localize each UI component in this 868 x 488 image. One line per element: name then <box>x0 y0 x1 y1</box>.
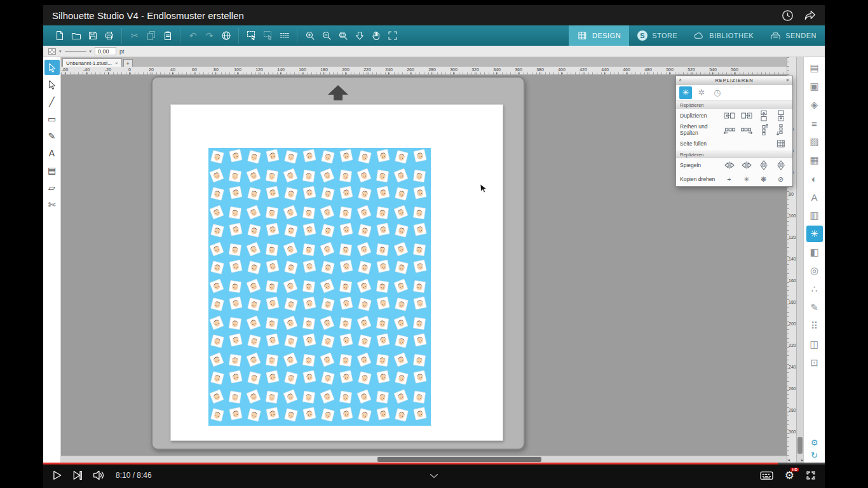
fill-swatch[interactable] <box>48 48 56 55</box>
clock-icon[interactable] <box>782 10 794 22</box>
fill-page-button[interactable] <box>773 138 789 149</box>
mirror-below-button[interactable] <box>773 159 789 171</box>
paste-button[interactable] <box>159 28 175 44</box>
nesting-panel[interactable]: ◫ <box>806 336 823 353</box>
pattern-artwork[interactable] <box>208 148 431 426</box>
image-effects-panel[interactable]: ▦ <box>806 152 823 168</box>
zoom-selection-button[interactable] <box>335 28 351 44</box>
select-all-button[interactable] <box>243 28 259 44</box>
replicate-advanced-tab[interactable]: ✲ <box>695 86 708 99</box>
duplicate-below-button[interactable] <box>773 110 789 121</box>
mirror-left-button[interactable] <box>721 159 737 171</box>
mirror-above-button[interactable] <box>756 159 771 171</box>
horizontal-scrollbar[interactable] <box>61 456 787 463</box>
settings-gear[interactable]: ⚙ <box>808 437 822 448</box>
settings-gear-icon[interactable]: ⚙HD <box>785 470 794 481</box>
point-edit-tool[interactable] <box>44 77 60 92</box>
fill-swatch-caret-icon[interactable]: ▾ <box>59 49 62 54</box>
layers-panel[interactable]: ⊡ <box>806 355 823 371</box>
object-to-path-tab[interactable]: ◷ <box>711 86 724 99</box>
refresh[interactable]: ↻ <box>808 449 822 461</box>
panel-section-header: Replizieren <box>676 101 792 109</box>
save-file-button[interactable] <box>85 28 100 44</box>
line-thickness-input[interactable]: 0,00 <box>95 47 116 55</box>
document-tab[interactable]: Unbenannt-1.studi... × <box>62 58 122 67</box>
tab-bibliothek[interactable]: BIBLIOTHEK <box>686 25 762 46</box>
duplicate-right-button[interactable] <box>738 110 754 121</box>
row-left-button[interactable] <box>721 124 737 135</box>
modify-panel[interactable]: ◧ <box>806 244 823 261</box>
column-down-button[interactable] <box>773 124 789 135</box>
shadow-panel[interactable]: ◐ <box>806 170 823 187</box>
line-style-sample[interactable] <box>65 51 86 51</box>
offset-panel[interactable]: ◎ <box>806 262 823 279</box>
rotate-five-copies-button[interactable]: ⊘ <box>773 173 789 185</box>
fill-style-panel[interactable]: ▨ <box>806 133 823 150</box>
panels-sidebar: ▤▣◈≡▨▦◐A▥✳◧◎∴✎⠿◫⊡⚙↻ <box>803 57 825 463</box>
sketch-panel[interactable]: ✎ <box>806 299 823 316</box>
rotate-three-copies-button[interactable]: ❋ <box>756 173 771 185</box>
transform-panel[interactable]: ▥ <box>806 207 823 224</box>
next-button[interactable] <box>72 470 83 480</box>
document-tab-label: Unbenannt-1.studi... <box>66 60 112 66</box>
rectangle-tool[interactable]: ▭ <box>44 111 60 126</box>
duplicate-left-button[interactable] <box>721 110 737 121</box>
text-tool[interactable]: A <box>44 146 60 161</box>
panel-collapse-icon[interactable]: ∧ <box>679 78 682 83</box>
select-tool[interactable] <box>44 60 60 75</box>
hide-controls-chevron-icon[interactable] <box>430 470 438 481</box>
pixscan-panel[interactable]: ▣ <box>806 78 823 95</box>
page-setup-panel[interactable]: ▤ <box>806 60 823 76</box>
rhinestone-panel[interactable]: ⠿ <box>806 318 823 334</box>
preferences-globe-button[interactable] <box>218 28 234 44</box>
pan-button[interactable] <box>368 28 384 44</box>
panel-close-icon[interactable]: × <box>786 78 790 83</box>
panel-header[interactable]: ∧ REPLIZIEREN × <box>676 76 792 85</box>
row-right-button[interactable] <box>738 124 754 135</box>
volume-button[interactable] <box>93 470 105 480</box>
panel-row-icons <box>773 138 789 149</box>
tab-design[interactable]: DESIGN <box>569 25 629 46</box>
column-up-button[interactable] <box>756 124 771 135</box>
horizontal-scrollbar-thumb[interactable] <box>377 457 541 462</box>
trace-panel[interactable]: ◈ <box>806 97 823 113</box>
eraser-tool[interactable]: ▱ <box>44 180 60 195</box>
new-file-button[interactable] <box>51 28 67 44</box>
player-progress-bar[interactable] <box>43 463 825 464</box>
stipple-panel[interactable]: ∴ <box>806 281 823 297</box>
mirror-right-button[interactable] <box>738 159 754 171</box>
replicate-basic-tab[interactable]: ✳ <box>679 86 692 99</box>
tab-senden[interactable]: SENDEN <box>762 25 825 46</box>
knife-tool[interactable]: ✄ <box>44 197 60 212</box>
play-button[interactable] <box>52 470 62 480</box>
text-style-panel[interactable]: A <box>806 189 823 205</box>
line-style-panel[interactable]: ≡ <box>806 115 823 132</box>
zoom-out-button[interactable] <box>318 28 334 44</box>
scroll-left-icon[interactable]: ◂ <box>788 458 790 462</box>
fit-to-page-button[interactable] <box>384 28 400 44</box>
line-style-caret-icon[interactable]: ▾ <box>90 49 92 54</box>
cut-preview-button[interactable] <box>276 28 292 44</box>
vertical-scrollbar[interactable]: ◂ ▸ <box>796 57 803 463</box>
video-frame: Silhouette Studio V4 - Endlosmuster erst… <box>43 5 825 488</box>
zoom-drag-button[interactable] <box>351 28 367 44</box>
design-icon <box>577 31 588 40</box>
zoom-in-button[interactable] <box>302 28 318 44</box>
subtitles-icon[interactable] <box>760 471 773 480</box>
fullscreen-icon[interactable] <box>806 470 816 480</box>
close-tab-icon[interactable]: × <box>115 60 118 66</box>
open-file-button[interactable] <box>68 28 84 44</box>
rotate-one-copy-button[interactable]: + <box>721 173 737 185</box>
tab-store[interactable]: SSTORE <box>629 25 686 46</box>
line-tool[interactable]: ╱ <box>44 94 60 109</box>
scroll-right-icon[interactable]: ▸ <box>801 458 803 462</box>
replicate-panel[interactable]: ✳ <box>806 226 823 242</box>
duplicate-above-button[interactable] <box>756 110 771 121</box>
print-button[interactable] <box>101 28 117 44</box>
note-tool[interactable]: ▤ <box>44 163 60 178</box>
new-tab-button[interactable]: + <box>123 59 133 67</box>
rotate-two-copies-button[interactable]: ✳ <box>738 173 754 185</box>
vertical-scrollbar-thumb[interactable] <box>797 437 803 454</box>
share-icon[interactable] <box>804 10 816 22</box>
draw-tool[interactable]: ✎ <box>44 128 60 144</box>
